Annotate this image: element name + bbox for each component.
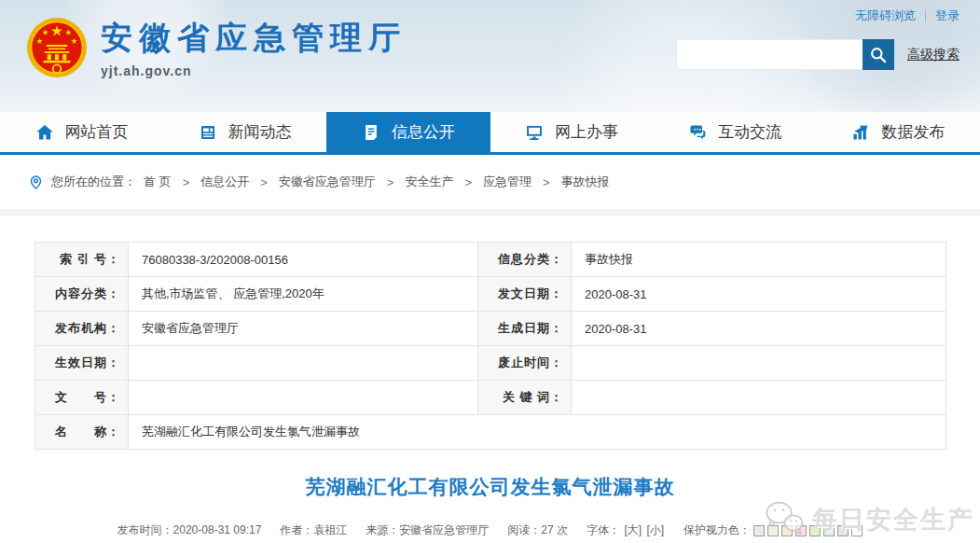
table-row: 发布机构： 安徽省应急管理厅 生成日期： 2020-08-31 xyxy=(35,312,946,346)
info-category-label: 信息分类： xyxy=(478,243,572,277)
chart-icon xyxy=(851,123,870,142)
main-nav: 网站首页 新闻动态 信息公开 网上办事 互动交流 数据发布 xyxy=(0,112,980,155)
doc-number-value xyxy=(129,381,478,415)
publisher-value: 安徽省应急管理厅 xyxy=(129,312,478,346)
issue-date-label: 发文日期： xyxy=(478,277,572,312)
publish-time: 发布时间：2020-08-31 09:17 xyxy=(117,522,262,538)
nav-label: 互动交流 xyxy=(718,121,781,143)
doc-name-value: 芜湖融汇化工有限公司发生氯气泄漏事故 xyxy=(129,415,946,450)
breadcrumb-item-safety[interactable]: 安全生产 xyxy=(405,174,453,190)
font-smaller-button[interactable]: [小] xyxy=(646,523,664,536)
table-row: 生效日期： 废止时间： xyxy=(35,346,946,381)
content-category-value: 其他,市场监管、 应急管理,2020年 xyxy=(129,277,478,312)
document-icon xyxy=(362,123,380,142)
article-content: 索 引 号： 76080338-3/202008-00156 信息分类： 事故快… xyxy=(0,216,980,538)
document-info-table: 索 引 号： 76080338-3/202008-00156 信息分类： 事故快… xyxy=(35,242,946,450)
generate-date-label: 生成日期： xyxy=(478,312,572,346)
nav-label: 信息公开 xyxy=(392,121,455,143)
breadcrumb-separator: > xyxy=(464,175,472,189)
breadcrumb-item-emergency[interactable]: 应急管理 xyxy=(483,174,531,190)
eye-color-swatches xyxy=(753,525,863,536)
table-row: 索 引 号： 76080338-3/202008-00156 信息分类： 事故快… xyxy=(35,243,946,277)
site-title-block: 安徽省应急管理厅 yjt.ah.gov.cn xyxy=(101,17,407,78)
national-emblem-icon xyxy=(26,15,88,80)
doc-name-label: 名 称： xyxy=(35,415,129,450)
eye-color-swatch[interactable] xyxy=(809,525,821,536)
news-icon xyxy=(199,123,217,142)
nav-label: 网上办事 xyxy=(555,121,618,143)
home-icon xyxy=(35,123,54,142)
eye-color-swatch[interactable] xyxy=(823,525,835,536)
index-number-label: 索 引 号： xyxy=(35,243,129,277)
breadcrumb-separator: > xyxy=(543,175,550,189)
doc-number-label: 文 号： xyxy=(35,381,129,415)
eye-protect-control: 保护视力色： xyxy=(683,522,863,538)
breadcrumb-item-accident-report[interactable]: 事故快报 xyxy=(561,174,610,190)
generate-date-value: 2020-08-31 xyxy=(572,312,946,346)
advanced-search-link[interactable]: 高级搜索 xyxy=(907,47,959,63)
eye-color-swatch[interactable] xyxy=(767,525,779,536)
source: 来源：安徽省应急管理厅 xyxy=(366,522,489,538)
nav-item-data-release[interactable]: 数据发布 xyxy=(817,112,980,152)
keywords-value xyxy=(572,381,946,415)
breadcrumb-separator: > xyxy=(387,175,394,189)
nav-label: 网站首页 xyxy=(65,121,129,143)
keywords-label: 关 键 词： xyxy=(478,381,572,415)
site-logo[interactable]: 安徽省应急管理厅 yjt.ah.gov.cn xyxy=(26,15,407,80)
abolish-date-label: 废止时间： xyxy=(478,346,572,381)
accessibility-link[interactable]: 无障碍浏览 xyxy=(855,7,916,24)
eye-protect-label: 保护视力色： xyxy=(683,523,751,536)
abolish-date-value xyxy=(572,346,946,381)
issue-date-value: 2020-08-31 xyxy=(572,277,946,312)
breadcrumb-separator: > xyxy=(260,175,268,189)
search-bar: 高级搜索 xyxy=(676,39,959,70)
table-row: 文 号： 关 键 词： xyxy=(35,381,946,415)
nav-item-online-services[interactable]: 网上办事 xyxy=(490,112,654,152)
eye-color-swatch[interactable] xyxy=(753,525,765,536)
top-links: 无障碍浏览 登录 xyxy=(676,7,959,24)
section-divider xyxy=(0,209,980,216)
publisher-label: 发布机构： xyxy=(35,312,129,346)
search-input[interactable] xyxy=(676,39,863,70)
eye-color-swatch[interactable] xyxy=(851,525,863,536)
table-row: 名 称： 芜湖融汇化工有限公司发生氯气泄漏事故 xyxy=(35,415,946,450)
info-category-value: 事故快报 xyxy=(572,243,946,277)
eye-color-swatch[interactable] xyxy=(781,525,793,536)
view-count: 阅读：27 次 xyxy=(507,522,568,538)
breadcrumb-prefix: 您所在的位置： xyxy=(51,174,136,190)
article-meta: 发布时间：2020-08-31 09:17 作者：袁祖江 来源：安徽省应急管理厅… xyxy=(0,522,980,538)
table-row: 内容分类： 其他,市场监管、 应急管理,2020年 发文日期： 2020-08-… xyxy=(35,277,946,312)
content-category-label: 内容分类： xyxy=(35,277,129,312)
nav-item-interaction[interactable]: 互动交流 xyxy=(654,112,817,152)
font-size-label: 字体： xyxy=(587,523,620,536)
effective-date-value xyxy=(129,346,478,381)
author: 作者：袁祖江 xyxy=(280,522,347,538)
login-link[interactable]: 登录 xyxy=(935,7,959,24)
breadcrumb-item-home[interactable]: 首 页 xyxy=(144,174,172,190)
effective-date-label: 生效日期： xyxy=(35,346,129,381)
eye-color-swatch[interactable] xyxy=(795,525,807,536)
nav-label: 数据发布 xyxy=(881,121,945,143)
breadcrumb: 您所在的位置： 首 页 > 信息公开 > 安徽省应急管理厅 > 安全生产 > 应… xyxy=(0,155,980,209)
site-url: yjt.ah.gov.cn xyxy=(101,63,407,78)
index-number-value: 76080338-3/202008-00156 xyxy=(129,243,478,277)
nav-label: 新闻动态 xyxy=(228,121,292,143)
site-header: 安徽省应急管理厅 yjt.ah.gov.cn 无障碍浏览 登录 高级搜索 xyxy=(0,0,980,112)
monitor-icon xyxy=(525,123,544,142)
header-right: 无障碍浏览 登录 高级搜索 xyxy=(676,7,959,70)
nav-item-news[interactable]: 新闻动态 xyxy=(163,112,326,152)
article-title: 芜湖融汇化工有限公司发生氯气泄漏事故 xyxy=(0,474,980,500)
nav-item-info-disclosure[interactable]: 信息公开 xyxy=(326,112,490,152)
breadcrumb-separator: > xyxy=(183,175,190,189)
search-icon xyxy=(869,46,888,64)
font-larger-button[interactable]: [大] xyxy=(624,523,642,536)
top-links-divider xyxy=(925,10,926,22)
eye-color-swatch[interactable] xyxy=(837,525,849,536)
breadcrumb-item-info-disclosure[interactable]: 信息公开 xyxy=(200,174,249,190)
site-title: 安徽省应急管理厅 xyxy=(101,17,407,60)
chat-icon xyxy=(688,123,707,142)
font-size-control: 字体： [大] [小] xyxy=(587,522,665,538)
search-button[interactable] xyxy=(863,39,894,70)
nav-item-home[interactable]: 网站首页 xyxy=(0,112,163,152)
breadcrumb-item-department[interactable]: 安徽省应急管理厅 xyxy=(279,174,376,190)
